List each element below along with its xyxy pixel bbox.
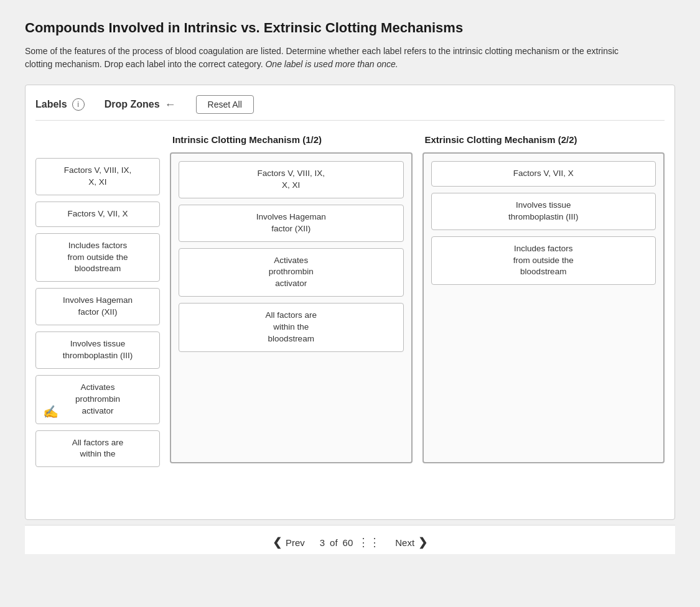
drop-zone-extrinsic[interactable]: Factors V, VII, X Involves tissuethrombo… [422, 152, 665, 463]
content-area: Factors V, VIII, IX,X, XI Factors V, VII… [35, 133, 665, 467]
total-pages: 60 [343, 537, 353, 548]
toolbar: Labels i Drop Zones ← Reset All [35, 95, 665, 121]
list-item[interactable]: Factors V, VIII, IX,X, XI [35, 158, 160, 195]
prev-arrow-icon: ❮ [273, 535, 282, 549]
drop-zones-label: Drop Zones [105, 99, 160, 110]
prev-button[interactable]: ❮ Prev [273, 535, 305, 549]
main-panel: Labels i Drop Zones ← Reset All Factors … [25, 85, 675, 520]
labels-label: Labels [35, 99, 67, 110]
page-title: Compounds Involved in Intrinsic vs. Extr… [25, 20, 675, 36]
zone-card: Activatesprothrombinactivator [179, 248, 404, 297]
list-item[interactable]: All factors arewithin the [35, 430, 160, 468]
list-item[interactable]: Factors V, VII, X [35, 202, 160, 227]
next-label: Next [395, 537, 414, 548]
zone-card: Involves tissuethromboplastin (III) [431, 193, 656, 230]
zone-card: Factors V, VIII, IX,X, XI [179, 161, 404, 198]
list-item[interactable]: Includes factorsfrom outside thebloodstr… [35, 233, 160, 282]
zone-card: Factors V, VII, X [431, 161, 656, 187]
zone-card: All factors arewithin thebloodstream [179, 303, 404, 352]
list-item[interactable]: Involves Hagemanfactor (XII) [35, 288, 160, 325]
arrow-left-icon[interactable]: ← [165, 98, 176, 111]
drop-zones-area: Intrinsic Clotting Mechanism (1/2) Extri… [170, 133, 665, 467]
page-description: Some of the features of the process of b… [25, 45, 647, 71]
zone1-title: Intrinsic Clotting Mechanism (1/2) [170, 133, 413, 146]
labels-section: Labels i [35, 98, 85, 111]
grid-icon[interactable]: ⋮⋮ [358, 535, 380, 549]
zones-columns: Factors V, VIII, IX,X, XI Involves Hagem… [170, 152, 665, 463]
list-item[interactable]: Activatesprothrombinactivator [35, 375, 160, 424]
zone2-title: Extrinsic Clotting Mechanism (2/2) [422, 133, 665, 146]
prev-label: Prev [286, 537, 305, 548]
bottom-navigation: ❮ Prev 3 of 60 ⋮⋮ Next ❯ [25, 525, 675, 554]
current-page: 3 [320, 537, 325, 548]
drop-zones-header: Intrinsic Clotting Mechanism (1/2) Extri… [170, 133, 665, 146]
drop-zone-intrinsic[interactable]: Factors V, VIII, IX,X, XI Involves Hagem… [170, 152, 413, 463]
zone-card: Involves Hagemanfactor (XII) [179, 205, 404, 242]
reset-all-button[interactable]: Reset All [196, 95, 254, 114]
labels-column: Factors V, VIII, IX,X, XI Factors V, VII… [35, 133, 160, 467]
next-button[interactable]: Next ❯ [395, 535, 427, 549]
list-item[interactable]: Involves tissuethromboplastin (III) [35, 331, 160, 369]
info-icon[interactable]: i [72, 98, 85, 111]
page-info: 3 of 60 ⋮⋮ [320, 535, 381, 549]
drop-zones-section: Drop Zones ← [105, 98, 176, 111]
next-arrow-icon: ❯ [418, 535, 427, 549]
zone-card: Includes factorsfrom outside thebloodstr… [431, 236, 656, 285]
of-label: of [330, 537, 338, 548]
